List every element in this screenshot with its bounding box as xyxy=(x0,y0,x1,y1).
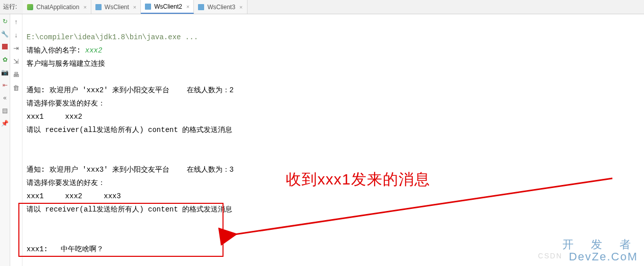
console-line: xxx1 xxx2 xxx3 xyxy=(27,192,121,200)
user-input: xxx2 xyxy=(85,46,103,55)
pin-icon[interactable]: 📌 xyxy=(1,119,9,127)
main-area: ↻ 🔧 ✿ 📷 ⇤ « ▤ 📌 ↑ ↓ ⇥ ⇲ 🖶 🗑 E:\compiler\… xyxy=(0,14,644,266)
console-line: E:\compiler\idea\jdk1.8\bin\java.exe ... xyxy=(27,33,198,41)
tab-label: WsClient xyxy=(105,4,129,11)
softwrap-icon[interactable]: ⇥ xyxy=(12,44,20,52)
close-icon[interactable]: × xyxy=(133,4,136,10)
trash-icon[interactable]: 🗑 xyxy=(12,84,20,92)
scrollend-icon[interactable]: ⇲ xyxy=(12,57,20,65)
run-tab-bar: 运行: ChatApplication × WsClient × WsClien… xyxy=(0,0,644,14)
console-line: 请以 receiver(all发送给所有人) content 的格式发送消息 xyxy=(27,126,232,134)
file-icon xyxy=(95,4,102,10)
rerun-icon[interactable]: ↻ xyxy=(1,17,9,25)
tab-label: ChatApplication xyxy=(36,4,79,11)
file-icon xyxy=(198,4,204,10)
down-icon[interactable]: ↓ xyxy=(12,31,20,39)
close-icon[interactable]: × xyxy=(239,4,242,10)
run-label: 运行: xyxy=(3,3,17,11)
console-line: xxx1: 中午吃啥啊？ xyxy=(27,245,104,253)
console-line: 请选择你要发送的好友： xyxy=(27,99,105,108)
back-icon[interactable]: « xyxy=(1,94,9,101)
console-toolbar: ↑ ↓ ⇥ ⇲ 🖶 🗑 xyxy=(10,14,22,266)
tab-label: WsClient3 xyxy=(207,4,235,11)
file-icon xyxy=(145,4,151,10)
console-line: 请输入你的名字: xxx2 xyxy=(27,46,102,55)
close-icon[interactable]: × xyxy=(186,4,189,10)
wrench-icon[interactable]: 🔧 xyxy=(1,30,9,38)
run-toolbar-left: ↻ 🔧 ✿ 📷 ⇤ « ▤ 📌 xyxy=(0,14,10,266)
console-line: 请以 receiver(all发送给所有人) content 的格式发送消息 xyxy=(27,205,232,214)
tab-chatapplication[interactable]: ChatApplication × xyxy=(23,0,91,14)
camera-icon[interactable]: 📷 xyxy=(1,68,9,76)
leaf-icon xyxy=(27,4,33,10)
tab-wsclient2[interactable]: WsClient2 × xyxy=(141,0,194,14)
tab-wsclient3[interactable]: WsClient3 × xyxy=(194,0,247,14)
tab-wsclient[interactable]: WsClient × xyxy=(91,0,141,14)
debug-icon[interactable]: ✿ xyxy=(1,56,9,63)
close-icon[interactable]: × xyxy=(83,4,86,10)
print-icon[interactable]: 🖶 xyxy=(12,70,20,78)
tab-label: WsClient2 xyxy=(154,3,182,10)
console-line: xxx1 xxx2 xyxy=(27,113,82,121)
console-line: 客户端与服务端建立连接 xyxy=(27,60,105,68)
run-tabs: ChatApplication × WsClient × WsClient2 ×… xyxy=(23,0,247,14)
up-icon[interactable]: ↑ xyxy=(12,17,20,25)
exit-icon[interactable]: ⇤ xyxy=(1,81,9,89)
console-output[interactable]: E:\compiler\idea\jdk1.8\bin\java.exe ...… xyxy=(22,14,644,266)
console-line: 请选择你要发送的好友： xyxy=(27,179,105,187)
layout-icon[interactable]: ▤ xyxy=(1,107,9,114)
stop-icon[interactable] xyxy=(1,43,9,50)
console-line: 通知: 欢迎用户 'xxx2' 来到小阳交友平台 在线人数为：2 xyxy=(27,86,234,94)
console-line: 通知: 欢迎用户 'xxx3' 来到小阳交友平台 在线人数为：3 xyxy=(27,166,234,174)
